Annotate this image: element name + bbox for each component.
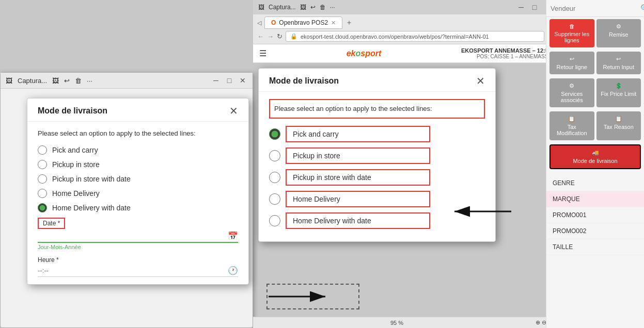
main-option-row-5: Home Delivery with date (269, 212, 485, 229)
services-button[interactable]: ⚙ Services associés (549, 78, 594, 107)
main-option-label-2[interactable]: Pickup in store (286, 147, 430, 164)
mode-livraison-button[interactable]: 🚚 Mode de livraison (549, 144, 641, 169)
left-radio-3[interactable] (38, 174, 47, 184)
list-item-promo002[interactable]: PROMO002 (546, 223, 644, 239)
left-option-row-5: Home Delivery with date (38, 203, 238, 212)
left-window-title: Captura... (18, 77, 47, 85)
main-capture-icon3[interactable]: ↩ (310, 4, 316, 11)
main-dialog-body: Please select an option to apply to the … (259, 92, 495, 241)
left-option-row-1: Pick and carry (38, 145, 238, 155)
list-item-genre[interactable]: GENRE (546, 175, 644, 191)
main-option-label-4[interactable]: Home Delivery (286, 191, 430, 207)
date-input-row: 📅 (38, 231, 238, 243)
main-radio-1[interactable] (269, 128, 280, 140)
left-toolbar-icon3[interactable]: 🗑 (75, 77, 82, 85)
livraison-label: Mode de livraison (573, 158, 617, 164)
pos-logo-area: ekosport (347, 49, 382, 58)
left-radio-2[interactable] (38, 160, 47, 169)
browser-tab[interactable]: O Openbravo POS2 ✕ (264, 17, 342, 29)
sidebar-search-input[interactable] (551, 5, 637, 12)
tax-reason-button[interactable]: 📋 Tax Reason (596, 111, 641, 140)
main-dialog-close[interactable]: ✕ (476, 76, 485, 86)
return-input-button[interactable]: ↩ Return Input (596, 52, 641, 74)
left-title-area: 🖼 Captura... 🖼 ↩ 🗑 ··· (6, 77, 92, 85)
left-titlebar: 🖼 Captura... 🖼 ↩ 🗑 ··· ─ □ ✕ (1, 73, 253, 89)
btn-row-4: 📋 Tax Modification 📋 Tax Reason (546, 109, 644, 142)
left-option-row-4: Home Delivery (38, 189, 238, 198)
date-hint: Jour-Mois-Année (38, 244, 238, 250)
sidebar-search-area: 🔍 (546, 0, 644, 17)
left-option-label-4[interactable]: Home Delivery (52, 189, 100, 198)
tab-close[interactable]: ✕ (331, 20, 336, 26)
tax-mod-icon: 📋 (568, 116, 575, 122)
time-input[interactable] (38, 267, 228, 274)
tax-reason-label: Tax Reason (604, 124, 634, 130)
pos-header: ☰ ekosport EKOSPORT ANNEMASSE – 12:57 PO… (253, 44, 558, 63)
date-input[interactable] (38, 232, 228, 240)
close-btn[interactable]: ✕ (238, 76, 247, 85)
main-capture-more[interactable]: ··· (330, 4, 335, 11)
list-item-marque[interactable]: MARQUE (546, 191, 644, 207)
favicon: O (271, 19, 276, 26)
nav-refresh[interactable]: ↻ (277, 32, 282, 40)
fix-price-button[interactable]: 💲 Fix Price Limit (596, 78, 641, 107)
main-radio-5[interactable] (269, 215, 280, 226)
left-option-label-5[interactable]: Home Delivery with date (52, 204, 131, 212)
supprimer-button[interactable]: 🗑 Supprimer les lignes (549, 19, 594, 47)
main-capture-icon4[interactable]: 🗑 (320, 4, 326, 11)
nav-back[interactable]: ← (257, 32, 264, 40)
left-dialog-title: Mode de livraison (38, 106, 107, 116)
left-window-icon: 🖼 (6, 77, 12, 85)
maximize-btn[interactable]: □ (225, 76, 234, 85)
left-option-label-1[interactable]: Pick and carry (52, 146, 98, 154)
left-dialog-body: Please select an option to apply to the … (27, 122, 248, 284)
calendar-icon[interactable]: 📅 (228, 231, 238, 241)
main-option-label-3[interactable]: Pickup in store with date (286, 169, 430, 186)
clock-icon[interactable]: 🕐 (228, 266, 238, 275)
new-tab-btn[interactable]: ＋ (345, 18, 353, 27)
left-toolbar-icon1[interactable]: 🖼 (52, 77, 59, 85)
left-toolbar-icon2[interactable]: ↩ (64, 77, 70, 85)
main-maximize-btn[interactable]: □ (530, 3, 539, 12)
remise-button[interactable]: ⚙ Remise (596, 19, 641, 47)
tax-mod-label: Tax Modification (553, 124, 591, 136)
main-radio-2[interactable] (269, 150, 280, 161)
left-radio-4[interactable] (38, 189, 47, 198)
nav-forward[interactable]: → (267, 32, 274, 40)
left-radio-1[interactable] (38, 145, 47, 155)
left-dialog-header: Mode de livraison ✕ (27, 99, 248, 122)
left-option-row-2: Pickup in store (38, 160, 238, 169)
btn-row-5: 🚚 Mode de livraison (546, 142, 644, 171)
time-section: Heure * 🕐 (38, 256, 238, 277)
time-input-row: 🕐 (38, 266, 238, 277)
main-capture-icon2[interactable]: 🖼 (300, 4, 306, 11)
left-dialog-close[interactable]: ✕ (229, 106, 238, 116)
main-capture-title: Captura... (269, 4, 296, 11)
main-option-label-5[interactable]: Home Delivery with date (286, 212, 430, 229)
main-radio-4[interactable] (269, 193, 280, 205)
main-option-label-1[interactable]: Pick and carry (286, 126, 430, 142)
left-option-label-3[interactable]: Pickup in store with date (52, 175, 131, 183)
main-capture-bar: 🖼 Captura... 🖼 ↩ 🗑 ··· ─ □ ✕ (253, 0, 558, 14)
supprimer-label: Supprimer les lignes (553, 31, 591, 43)
address-bar[interactable]: 🔒 ekosport-test.cloud.openbravo.com/open… (286, 31, 544, 42)
trash-icon: 🗑 (569, 23, 575, 29)
list-item-promo001[interactable]: PROMO001 (546, 207, 644, 223)
left-option-row-3: Pickup in store with date (38, 174, 238, 184)
main-minimize-btn[interactable]: ─ (516, 3, 526, 12)
search-icon[interactable]: 🔍 (640, 4, 644, 12)
main-option-row-4: Home Delivery (269, 191, 485, 207)
minimize-btn[interactable]: ─ (211, 76, 221, 85)
store-name: EKOSPORT ANNEMASSE – 12:57 (461, 47, 552, 54)
main-option-row-3: Pickup in store with date (269, 169, 485, 186)
left-radio-5[interactable] (38, 203, 47, 212)
main-radio-3[interactable] (269, 172, 280, 183)
left-option-label-2[interactable]: Pickup in store (52, 160, 100, 169)
back-btn[interactable]: ◁ (257, 20, 261, 26)
btn-row-1: 🗑 Supprimer les lignes ⚙ Remise (546, 17, 644, 50)
hamburger-menu[interactable]: ☰ (259, 48, 266, 58)
tax-mod-button[interactable]: 📋 Tax Modification (549, 111, 594, 140)
left-toolbar-more[interactable]: ··· (87, 77, 92, 85)
retour-ligne-button[interactable]: ↩ Retour ligne (549, 52, 594, 74)
list-item-taille[interactable]: TAILLE (546, 239, 644, 255)
